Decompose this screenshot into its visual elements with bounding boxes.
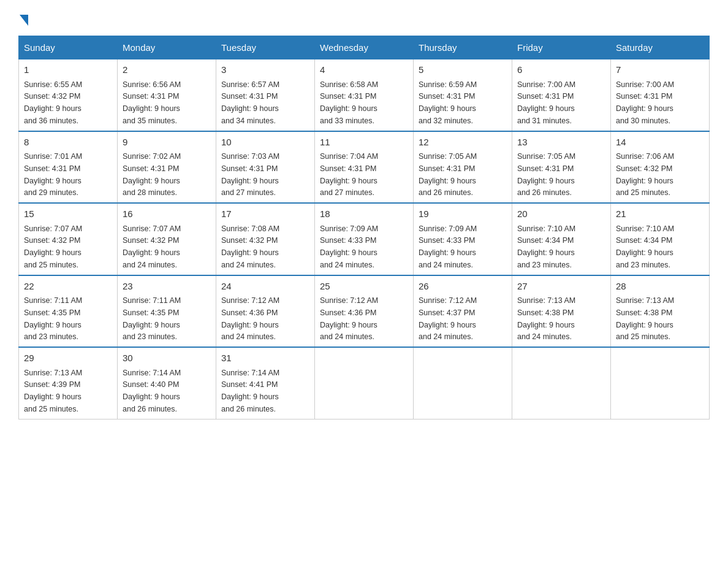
calendar-cell: 8 Sunrise: 7:01 AM Sunset: 4:31 PM Dayli…	[19, 131, 118, 204]
sunrise-info: Sunrise: 7:13 AM	[616, 296, 674, 305]
calendar-cell	[512, 347, 611, 419]
daylight-minutes: and 24 minutes.	[320, 261, 374, 269]
sunset-info: Sunset: 4:36 PM	[221, 308, 278, 317]
daylight-info: Daylight: 9 hours	[123, 248, 180, 257]
calendar-cell: 13 Sunrise: 7:05 AM Sunset: 4:31 PM Dayl…	[512, 131, 611, 204]
calendar-cell	[611, 347, 710, 419]
day-number: 25	[320, 280, 408, 294]
daylight-minutes: and 24 minutes.	[419, 332, 473, 341]
sunset-info: Sunset: 4:32 PM	[123, 236, 179, 245]
daylight-info: Daylight: 9 hours	[123, 393, 180, 401]
day-number: 29	[24, 351, 112, 366]
daylight-minutes: and 36 minutes.	[24, 117, 78, 125]
day-number: 2	[123, 63, 211, 77]
sunrise-info: Sunrise: 7:05 AM	[517, 152, 575, 161]
sunrise-info: Sunrise: 7:09 AM	[419, 224, 477, 233]
calendar-cell: 7 Sunrise: 7:00 AM Sunset: 4:31 PM Dayli…	[611, 59, 710, 131]
daylight-info: Daylight: 9 hours	[24, 321, 82, 329]
daylight-info: Daylight: 9 hours	[320, 248, 377, 257]
sunrise-info: Sunrise: 7:12 AM	[419, 296, 477, 305]
daylight-minutes: and 27 minutes.	[320, 188, 374, 197]
sunrise-info: Sunrise: 6:56 AM	[123, 80, 181, 89]
header-wednesday: Wednesday	[315, 36, 414, 59]
day-number: 22	[24, 280, 112, 294]
sunrise-info: Sunrise: 7:10 AM	[517, 224, 575, 233]
day-number: 7	[616, 63, 704, 77]
calendar-cell	[414, 347, 512, 419]
sunset-info: Sunset: 4:31 PM	[320, 92, 376, 101]
daylight-minutes: and 32 minutes.	[419, 117, 473, 125]
day-number: 21	[616, 207, 704, 221]
sunset-info: Sunset: 4:31 PM	[419, 92, 475, 101]
daylight-minutes: and 30 minutes.	[616, 117, 670, 125]
sunrise-info: Sunrise: 7:13 AM	[24, 369, 82, 377]
sunset-info: Sunset: 4:32 PM	[24, 236, 80, 245]
sunrise-info: Sunrise: 6:59 AM	[419, 80, 477, 89]
sunrise-info: Sunrise: 7:08 AM	[221, 224, 279, 233]
calendar-cell: 11 Sunrise: 7:04 AM Sunset: 4:31 PM Dayl…	[315, 131, 414, 204]
daylight-info: Daylight: 9 hours	[419, 321, 476, 329]
daylight-minutes: and 35 minutes.	[123, 117, 177, 125]
calendar-table: SundayMondayTuesdayWednesdayThursdayFrid…	[18, 36, 710, 419]
day-number: 14	[616, 136, 704, 150]
daylight-minutes: and 23 minutes.	[123, 332, 177, 341]
sunrise-info: Sunrise: 7:05 AM	[419, 152, 477, 161]
sunrise-info: Sunrise: 7:00 AM	[517, 80, 575, 89]
sunrise-info: Sunrise: 7:11 AM	[123, 296, 181, 305]
daylight-minutes: and 34 minutes.	[221, 117, 276, 125]
daylight-info: Daylight: 9 hours	[616, 104, 673, 113]
day-number: 6	[517, 63, 605, 77]
sunrise-info: Sunrise: 6:55 AM	[24, 80, 82, 89]
daylight-minutes: and 26 minutes.	[221, 405, 276, 413]
daylight-minutes: and 33 minutes.	[320, 117, 374, 125]
daylight-info: Daylight: 9 hours	[616, 177, 673, 185]
sunrise-info: Sunrise: 7:01 AM	[24, 152, 82, 161]
calendar-cell: 3 Sunrise: 6:57 AM Sunset: 4:31 PM Dayli…	[216, 59, 315, 131]
calendar-cell: 31 Sunrise: 7:14 AM Sunset: 4:41 PM Dayl…	[216, 347, 315, 419]
daylight-info: Daylight: 9 hours	[24, 248, 82, 257]
daylight-info: Daylight: 9 hours	[517, 104, 575, 113]
daylight-info: Daylight: 9 hours	[24, 104, 82, 113]
sunset-info: Sunset: 4:31 PM	[123, 164, 179, 173]
sunrise-info: Sunrise: 7:13 AM	[517, 296, 575, 305]
week-row-4: 22 Sunrise: 7:11 AM Sunset: 4:35 PM Dayl…	[19, 275, 710, 348]
sunrise-info: Sunrise: 7:09 AM	[320, 224, 378, 233]
daylight-info: Daylight: 9 hours	[419, 104, 476, 113]
sunset-info: Sunset: 4:31 PM	[517, 92, 574, 101]
day-number: 28	[616, 280, 704, 294]
day-number: 12	[419, 136, 507, 150]
header-sunday: Sunday	[19, 36, 118, 59]
calendar-cell: 10 Sunrise: 7:03 AM Sunset: 4:31 PM Dayl…	[216, 131, 315, 204]
sunset-info: Sunset: 4:31 PM	[24, 164, 80, 173]
daylight-minutes: and 26 minutes.	[419, 188, 473, 197]
calendar-cell: 24 Sunrise: 7:12 AM Sunset: 4:36 PM Dayl…	[216, 275, 315, 348]
day-number: 8	[24, 136, 112, 150]
daylight-minutes: and 24 minutes.	[221, 332, 276, 341]
header-thursday: Thursday	[414, 36, 512, 59]
sunrise-info: Sunrise: 6:57 AM	[221, 80, 279, 89]
calendar-cell: 25 Sunrise: 7:12 AM Sunset: 4:36 PM Dayl…	[315, 275, 414, 348]
calendar-cell: 16 Sunrise: 7:07 AM Sunset: 4:32 PM Dayl…	[118, 203, 216, 275]
calendar-cell: 28 Sunrise: 7:13 AM Sunset: 4:38 PM Dayl…	[611, 275, 710, 348]
daylight-info: Daylight: 9 hours	[616, 321, 673, 329]
day-number: 13	[517, 136, 605, 150]
calendar-cell: 27 Sunrise: 7:13 AM Sunset: 4:38 PM Dayl…	[512, 275, 611, 348]
daylight-minutes: and 25 minutes.	[616, 332, 670, 341]
daylight-info: Daylight: 9 hours	[517, 321, 575, 329]
logo	[18, 12, 29, 23]
sunset-info: Sunset: 4:34 PM	[517, 236, 574, 245]
day-number: 1	[24, 63, 112, 77]
sunrise-info: Sunrise: 7:11 AM	[24, 296, 82, 305]
header-friday: Friday	[512, 36, 611, 59]
sunset-info: Sunset: 4:32 PM	[24, 92, 80, 101]
header-monday: Monday	[118, 36, 216, 59]
days-header-row: SundayMondayTuesdayWednesdayThursdayFrid…	[19, 36, 710, 59]
calendar-cell: 15 Sunrise: 7:07 AM Sunset: 4:32 PM Dayl…	[19, 203, 118, 275]
day-number: 5	[419, 63, 507, 77]
daylight-info: Daylight: 9 hours	[123, 321, 180, 329]
day-number: 15	[24, 207, 112, 221]
daylight-minutes: and 24 minutes.	[123, 261, 177, 269]
calendar-cell: 2 Sunrise: 6:56 AM Sunset: 4:31 PM Dayli…	[118, 59, 216, 131]
sunset-info: Sunset: 4:38 PM	[517, 308, 574, 317]
calendar-cell: 1 Sunrise: 6:55 AM Sunset: 4:32 PM Dayli…	[19, 59, 118, 131]
